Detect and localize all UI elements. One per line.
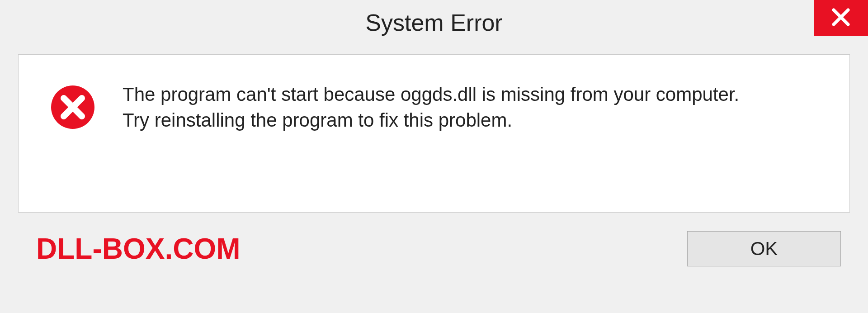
ok-button[interactable]: OK: [687, 231, 841, 266]
error-message: The program can't start because oggds.dl…: [123, 82, 739, 133]
close-icon: [831, 7, 851, 29]
titlebar: System Error: [0, 0, 868, 45]
dialog-title: System Error: [365, 9, 502, 36]
error-message-line2: Try reinstalling the program to fix this…: [123, 108, 739, 133]
watermark-text: DLL-BOX.COM: [36, 232, 241, 266]
error-icon: [50, 85, 95, 130]
close-button[interactable]: [814, 0, 868, 36]
content-panel: The program can't start because oggds.dl…: [18, 54, 850, 213]
footer: DLL-BOX.COM OK: [18, 213, 850, 285]
error-message-line1: The program can't start because oggds.dl…: [123, 82, 739, 108]
ok-button-label: OK: [750, 238, 778, 260]
